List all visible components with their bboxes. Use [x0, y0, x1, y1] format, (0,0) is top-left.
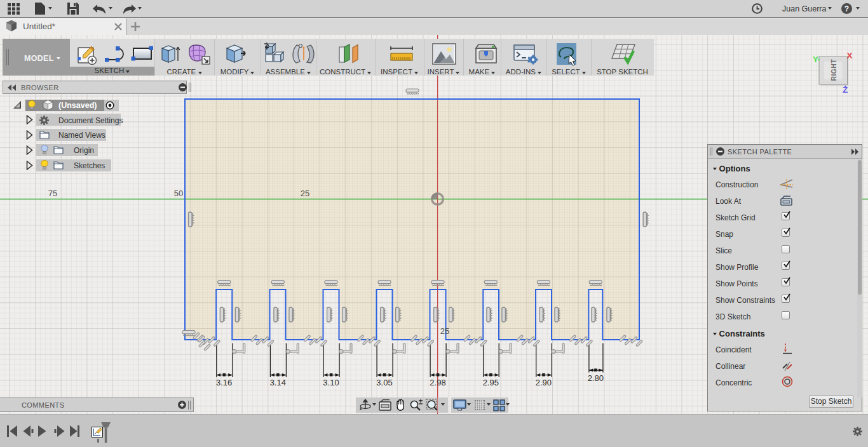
svg-text:3.16: 3.16: [216, 378, 232, 387]
svg-text:2.98: 2.98: [430, 378, 445, 387]
svg-text:RIGHT: RIGHT: [830, 59, 837, 81]
svg-text:50: 50: [174, 189, 183, 198]
svg-text:3.05: 3.05: [376, 378, 392, 387]
svg-text:2.95: 2.95: [483, 378, 499, 387]
svg-text:?: ?: [844, 4, 849, 13]
svg-text:2.90: 2.90: [536, 378, 552, 387]
svg-text:2.80: 2.80: [588, 373, 604, 383]
svg-text:25: 25: [440, 326, 449, 336]
svg-text:75: 75: [48, 189, 57, 198]
svg-text:3.10: 3.10: [323, 378, 339, 387]
svg-text:Y: Y: [813, 55, 818, 64]
svg-text:3.14: 3.14: [270, 378, 286, 387]
svg-text:X: X: [847, 51, 853, 60]
svg-text:25: 25: [301, 189, 309, 198]
